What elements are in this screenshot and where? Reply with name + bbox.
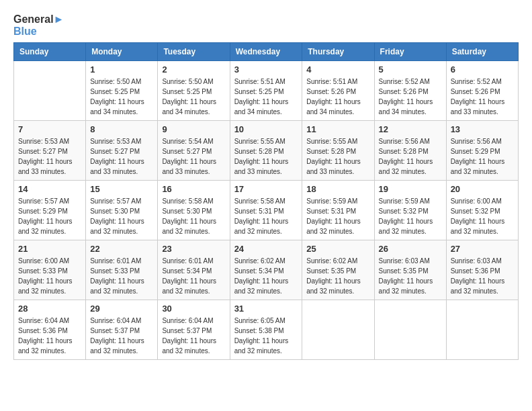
calendar-cell: 12Sunrise: 5:56 AMSunset: 5:28 PMDayligh… [374,121,446,181]
sun-info: Sunrise: 5:51 AMSunset: 5:26 PMDaylight:… [306,77,369,117]
calendar-week-2: 7Sunrise: 5:53 AMSunset: 5:27 PMDaylight… [14,121,519,181]
sun-info: Sunrise: 5:58 AMSunset: 5:30 PMDaylight:… [162,196,225,236]
weekday-header-wednesday: Wednesday [230,43,302,61]
calendar-cell: 4Sunrise: 5:51 AMSunset: 5:26 PMDaylight… [302,61,374,121]
calendar-cell [374,300,446,360]
sun-info: Sunrise: 5:52 AMSunset: 5:26 PMDaylight:… [451,77,514,117]
calendar-cell: 15Sunrise: 5:57 AMSunset: 5:30 PMDayligh… [86,181,158,240]
day-number: 10 [234,124,298,134]
calendar-cell: 27Sunrise: 6:03 AMSunset: 5:36 PMDayligh… [446,240,518,300]
calendar-cell: 31Sunrise: 6:05 AMSunset: 5:38 PMDayligh… [230,300,302,360]
calendar-cell: 14Sunrise: 5:57 AMSunset: 5:29 PMDayligh… [14,181,86,240]
weekday-header-row: SundayMondayTuesdayWednesdayThursdayFrid… [14,43,519,61]
calendar-cell: 19Sunrise: 5:59 AMSunset: 5:32 PMDayligh… [374,181,446,240]
sun-info: Sunrise: 5:51 AMSunset: 5:25 PMDaylight:… [234,77,298,117]
logo: General► Blue [13,13,64,37]
calendar-week-5: 28Sunrise: 6:04 AMSunset: 5:36 PMDayligh… [14,300,519,360]
day-number: 25 [306,244,369,254]
sun-info: Sunrise: 5:54 AMSunset: 5:27 PMDaylight:… [162,136,225,177]
sun-info: Sunrise: 5:59 AMSunset: 5:32 PMDaylight:… [379,196,442,236]
calendar-cell: 7Sunrise: 5:53 AMSunset: 5:27 PMDaylight… [14,121,86,181]
day-number: 19 [379,184,442,194]
calendar-cell: 26Sunrise: 6:03 AMSunset: 5:35 PMDayligh… [374,240,446,300]
calendar-cell: 6Sunrise: 5:52 AMSunset: 5:26 PMDaylight… [446,61,518,121]
day-number: 29 [90,304,153,314]
calendar-cell: 17Sunrise: 5:58 AMSunset: 5:31 PMDayligh… [230,181,302,240]
calendar-cell: 3Sunrise: 5:51 AMSunset: 5:25 PMDaylight… [230,61,302,121]
day-number: 14 [18,184,81,194]
sun-info: Sunrise: 5:56 AMSunset: 5:29 PMDaylight:… [451,136,514,177]
day-number: 31 [234,304,298,314]
calendar-cell: 24Sunrise: 6:02 AMSunset: 5:34 PMDayligh… [230,240,302,300]
sun-info: Sunrise: 6:03 AMSunset: 5:35 PMDaylight:… [379,256,442,296]
day-number: 4 [306,64,369,75]
day-number: 8 [90,124,153,134]
day-number: 16 [162,184,225,194]
calendar-cell: 18Sunrise: 5:59 AMSunset: 5:31 PMDayligh… [302,181,374,240]
calendar-cell: 8Sunrise: 5:53 AMSunset: 5:27 PMDaylight… [86,121,158,181]
calendar-cell: 23Sunrise: 6:01 AMSunset: 5:34 PMDayligh… [158,240,230,300]
weekday-header-tuesday: Tuesday [158,43,230,61]
day-number: 17 [234,184,298,194]
sun-info: Sunrise: 5:57 AMSunset: 5:29 PMDaylight:… [18,196,81,236]
sun-info: Sunrise: 5:55 AMSunset: 5:28 PMDaylight:… [306,136,369,177]
sun-info: Sunrise: 5:50 AMSunset: 5:25 PMDaylight:… [162,77,225,117]
sun-info: Sunrise: 5:56 AMSunset: 5:28 PMDaylight:… [379,136,442,177]
day-number: 23 [162,244,225,254]
day-number: 20 [451,184,514,194]
calendar-cell [14,61,86,121]
sun-info: Sunrise: 5:52 AMSunset: 5:26 PMDaylight:… [379,77,442,117]
day-number: 12 [379,124,442,134]
calendar-table: SundayMondayTuesdayWednesdayThursdayFrid… [13,42,519,360]
sun-info: Sunrise: 5:50 AMSunset: 5:25 PMDaylight:… [90,77,153,117]
sun-info: Sunrise: 6:04 AMSunset: 5:37 PMDaylight:… [90,316,153,356]
calendar-cell: 28Sunrise: 6:04 AMSunset: 5:36 PMDayligh… [14,300,86,360]
calendar-cell [302,300,374,360]
sun-info: Sunrise: 6:01 AMSunset: 5:34 PMDaylight:… [162,256,225,296]
day-number: 24 [234,244,298,254]
calendar-cell: 2Sunrise: 5:50 AMSunset: 5:25 PMDaylight… [158,61,230,121]
day-number: 5 [379,64,442,75]
logo-svg: General► Blue [13,13,64,37]
calendar-cell: 5Sunrise: 5:52 AMSunset: 5:26 PMDaylight… [374,61,446,121]
day-number: 28 [18,304,81,314]
day-number: 18 [306,184,369,194]
sun-info: Sunrise: 6:02 AMSunset: 5:35 PMDaylight:… [306,256,369,296]
weekday-header-friday: Friday [374,43,446,61]
sun-info: Sunrise: 6:00 AMSunset: 5:32 PMDaylight:… [451,196,514,236]
calendar-cell: 20Sunrise: 6:00 AMSunset: 5:32 PMDayligh… [446,181,518,240]
sun-info: Sunrise: 6:01 AMSunset: 5:33 PMDaylight:… [90,256,153,296]
day-number: 9 [162,124,225,134]
calendar-week-3: 14Sunrise: 5:57 AMSunset: 5:29 PMDayligh… [14,181,519,240]
sun-info: Sunrise: 5:59 AMSunset: 5:31 PMDaylight:… [306,196,369,236]
sun-info: Sunrise: 6:05 AMSunset: 5:38 PMDaylight:… [234,316,298,356]
day-number: 3 [234,64,298,75]
calendar-cell: 1Sunrise: 5:50 AMSunset: 5:25 PMDaylight… [86,61,158,121]
sun-info: Sunrise: 6:03 AMSunset: 5:36 PMDaylight:… [451,256,514,296]
calendar-cell [446,300,518,360]
weekday-header-thursday: Thursday [302,43,374,61]
day-number: 1 [90,64,153,75]
calendar-cell: 16Sunrise: 5:58 AMSunset: 5:30 PMDayligh… [158,181,230,240]
calendar-cell: 29Sunrise: 6:04 AMSunset: 5:37 PMDayligh… [86,300,158,360]
day-number: 7 [18,124,81,134]
sun-info: Sunrise: 6:04 AMSunset: 5:37 PMDaylight:… [162,316,225,356]
calendar-cell: 21Sunrise: 6:00 AMSunset: 5:33 PMDayligh… [14,240,86,300]
day-number: 6 [451,64,514,75]
sun-info: Sunrise: 5:53 AMSunset: 5:27 PMDaylight:… [90,136,153,177]
weekday-header-monday: Monday [86,43,158,61]
sun-info: Sunrise: 5:53 AMSunset: 5:27 PMDaylight:… [18,136,81,177]
sun-info: Sunrise: 6:02 AMSunset: 5:34 PMDaylight:… [234,256,298,296]
logo-general: General► [13,13,64,26]
calendar-cell: 30Sunrise: 6:04 AMSunset: 5:37 PMDayligh… [158,300,230,360]
calendar-cell: 10Sunrise: 5:55 AMSunset: 5:28 PMDayligh… [230,121,302,181]
day-number: 22 [90,244,153,254]
sun-info: Sunrise: 5:57 AMSunset: 5:30 PMDaylight:… [90,196,153,236]
weekday-header-sunday: Sunday [14,43,86,61]
day-number: 13 [451,124,514,134]
calendar-week-4: 21Sunrise: 6:00 AMSunset: 5:33 PMDayligh… [14,240,519,300]
weekday-header-saturday: Saturday [446,43,518,61]
day-number: 27 [451,244,514,254]
day-number: 26 [379,244,442,254]
day-number: 2 [162,64,225,75]
